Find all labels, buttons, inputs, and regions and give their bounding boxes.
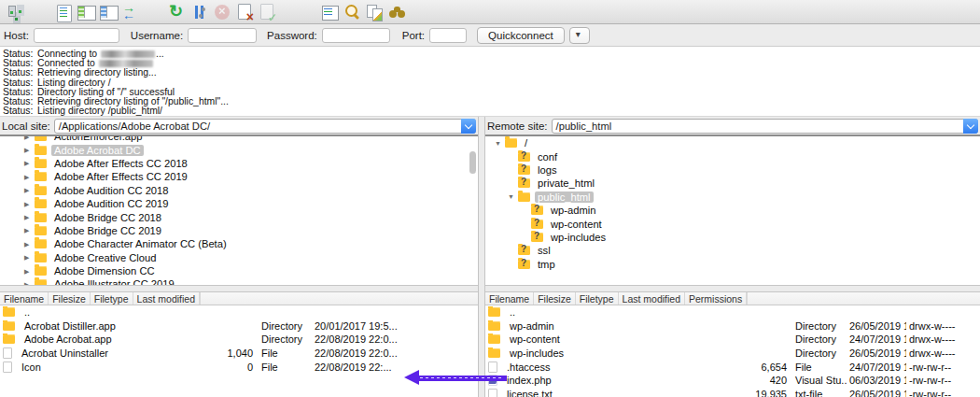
- tree-item[interactable]: Adobe After Effects CC 2019: [0, 170, 478, 183]
- tree-item[interactable]: Adobe Illustrator CC 2019: [0, 277, 478, 285]
- folder-icon: [35, 266, 47, 276]
- file-row[interactable]: index.php 420 Visual Stu... 06/03/2019 1…: [485, 374, 980, 388]
- tree-item[interactable]: conf: [485, 149, 980, 163]
- tree-item[interactable]: ActionEnforcer.app: [0, 135, 478, 143]
- file-row[interactable]: ..: [0, 305, 478, 319]
- filter-icon[interactable]: [342, 2, 362, 22]
- folder-icon: [518, 165, 530, 175]
- chevron-down-icon[interactable]: [461, 119, 476, 134]
- column-header[interactable]: Filename: [0, 292, 49, 305]
- local-directory-tree[interactable]: ActionEnforcer.app Adobe Acrobat DC Adob…: [0, 135, 478, 285]
- tree-item[interactable]: Adobe Creative Cloud: [0, 251, 478, 264]
- find-files-icon[interactable]: [386, 2, 407, 22]
- tree-item-label: public_html: [535, 191, 594, 203]
- tree-item[interactable]: Adobe Dimension CC: [0, 264, 478, 277]
- password-field[interactable]: [322, 28, 390, 43]
- horizontal-splitter[interactable]: [485, 285, 980, 292]
- file-row[interactable]: Acrobat Uninstaller 1,040 File 22/08/201…: [0, 347, 478, 361]
- disclosure-triangle-icon[interactable]: [24, 201, 35, 207]
- disclosure-triangle-icon[interactable]: [24, 227, 35, 234]
- disclosure-triangle-icon[interactable]: [24, 135, 35, 140]
- disclosure-triangle-icon[interactable]: [24, 147, 35, 153]
- file-row[interactable]: wp-includes Directory 26/05/2019 1... dr…: [485, 347, 980, 361]
- file-row[interactable]: wp-admin Directory 26/05/2019 1... drwx-…: [485, 319, 980, 333]
- disconnect-icon[interactable]: [234, 2, 255, 22]
- file-row[interactable]: Icon 0 File 22/08/2019 22:...: [0, 360, 478, 374]
- column-header[interactable]: Filename: [485, 292, 534, 305]
- file-row[interactable]: license.txt 19,935 txt-file 26/05/2019 1…: [485, 388, 980, 397]
- tree-item[interactable]: tmp: [485, 258, 980, 271]
- disclosure-triangle-icon[interactable]: [24, 214, 35, 220]
- vertical-splitter[interactable]: [478, 117, 485, 397]
- column-header[interactable]: Filetype: [576, 292, 619, 305]
- directory-comparison-icon[interactable]: [319, 2, 340, 22]
- refresh-icon[interactable]: [167, 2, 188, 22]
- file-type: Directory: [792, 333, 847, 345]
- host-field[interactable]: [34, 28, 119, 43]
- horizontal-splitter[interactable]: [0, 285, 478, 292]
- cancel-icon[interactable]: [212, 2, 232, 22]
- scrollbar-thumb[interactable]: [469, 151, 476, 174]
- site-manager-icon[interactable]: [6, 2, 26, 22]
- disclosure-triangle-icon[interactable]: [24, 174, 35, 180]
- file-row[interactable]: ..: [485, 305, 980, 319]
- tree-item[interactable]: Adobe Bridge CC 2018: [0, 210, 478, 223]
- disclosure-triangle-icon[interactable]: [24, 268, 35, 275]
- folder-icon: [35, 226, 47, 235]
- port-field[interactable]: [429, 28, 467, 43]
- column-header[interactable]: Filesize: [49, 292, 91, 305]
- local-file-list[interactable]: Filename Filesize Filetype Last modified…: [0, 292, 478, 397]
- tree-item[interactable]: Adobe Acrobat DC: [0, 143, 478, 156]
- synchronized-browsing-icon[interactable]: [364, 2, 385, 22]
- chevron-down-icon[interactable]: [963, 119, 978, 134]
- tree-item[interactable]: /: [485, 136, 980, 149]
- tree-item[interactable]: Adobe Bridge CC 2019: [0, 224, 478, 237]
- file-modified: 22/08/2019 22:0...: [312, 347, 402, 359]
- quickconnect-button[interactable]: Quickconnect: [477, 27, 565, 44]
- transfer-queue-icon[interactable]: [120, 2, 141, 22]
- tree-item[interactable]: wp-includes: [485, 231, 980, 244]
- tree-item[interactable]: ssl: [485, 244, 980, 257]
- tree-item[interactable]: Adobe Audition CC 2019: [0, 197, 478, 210]
- tree-item[interactable]: Adobe After Effects CC 2018: [0, 157, 478, 170]
- tree-item[interactable]: Adobe Character Animator CC (Beta): [0, 237, 478, 250]
- tree-item[interactable]: Adobe Audition CC 2018: [0, 184, 478, 197]
- column-header[interactable]: Filesize: [534, 292, 576, 305]
- column-header[interactable]: Filetype: [91, 292, 133, 305]
- file-type: File: [259, 362, 312, 373]
- remote-site-combo[interactable]: /public_html: [552, 119, 978, 134]
- quickconnect-dropdown-button[interactable]: [569, 27, 590, 44]
- disclosure-triangle-icon[interactable]: [24, 160, 35, 166]
- username-field[interactable]: [188, 28, 257, 43]
- column-header[interactable]: Last modified: [133, 292, 200, 305]
- file-icon: [3, 334, 15, 344]
- tree-item[interactable]: private_html: [485, 177, 980, 190]
- tree-item-label: Adobe Dimension CC: [51, 265, 158, 276]
- process-queue-icon[interactable]: [189, 2, 210, 22]
- tree-item-label: logs: [535, 164, 560, 176]
- file-type: Directory: [259, 333, 312, 345]
- disclosure-triangle-icon[interactable]: [508, 193, 518, 200]
- file-row[interactable]: Adobe Acrobat.app Directory 22/08/2019 2…: [0, 333, 478, 347]
- tree-item[interactable]: wp-admin: [485, 204, 980, 217]
- reconnect-icon[interactable]: [257, 2, 277, 22]
- disclosure-triangle-icon[interactable]: [24, 281, 35, 285]
- message-log-icon[interactable]: [53, 2, 74, 22]
- disclosure-triangle-icon[interactable]: [495, 140, 505, 147]
- remote-directory-tree[interactable]: / conf logs: [485, 135, 980, 285]
- disclosure-triangle-icon[interactable]: [24, 241, 35, 248]
- local-treeview-icon[interactable]: [76, 2, 96, 22]
- remote-file-list[interactable]: Filename Filesize Filetype Last modified…: [485, 292, 980, 397]
- tree-item[interactable]: public_html: [485, 191, 980, 204]
- remote-treeview-icon[interactable]: [98, 2, 119, 22]
- disclosure-triangle-icon[interactable]: [24, 254, 35, 261]
- column-header[interactable]: Permissions: [685, 292, 747, 305]
- tree-item[interactable]: logs: [485, 163, 980, 177]
- file-row[interactable]: .htaccess 6,654 File 24/07/2019 1... -rw…: [485, 360, 980, 374]
- column-header[interactable]: Last modified: [619, 292, 685, 305]
- tree-item[interactable]: wp-content: [485, 217, 980, 230]
- disclosure-triangle-icon[interactable]: [24, 187, 35, 193]
- file-row[interactable]: wp-content Directory 24/07/2019 1... drw…: [485, 333, 980, 347]
- local-site-combo[interactable]: /Applications/Adobe Acrobat DC/: [54, 119, 476, 134]
- file-row[interactable]: Acrobat Distiller.app Directory 20/01/20…: [0, 319, 478, 333]
